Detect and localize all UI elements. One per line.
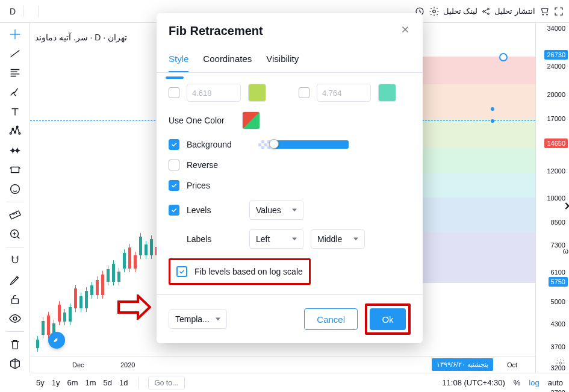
fib-zone <box>421 29 535 349</box>
object-tree-tool[interactable] <box>5 355 25 373</box>
fib-tool[interactable] <box>5 64 25 82</box>
edit-tool[interactable] <box>5 270 25 288</box>
level-4618-color[interactable] <box>248 84 266 102</box>
cursor-cross-tool[interactable] <box>5 25 25 43</box>
symbol-label: تهران · D · سر. آتیه دماوند <box>35 33 127 42</box>
pattern-tool[interactable] <box>5 122 25 140</box>
replay-button[interactable] <box>60 9 70 14</box>
price-axis[interactable]: ω 34000240002000017000120001000085007300… <box>535 23 569 373</box>
ok-button[interactable]: Ok <box>370 308 406 330</box>
trendline-tool[interactable] <box>5 45 25 63</box>
labels-valign-select[interactable]: Middle <box>311 229 365 249</box>
svg-rect-19 <box>11 299 18 303</box>
time-axis[interactable]: Dec 2020 Oct پنجشنبه ۱۳۹۹/۶/۲۰ <box>30 356 535 373</box>
goto-button[interactable]: Go to... <box>148 376 185 390</box>
price-tick: 12000 <box>547 167 565 175</box>
tab-visibility[interactable]: Visibility <box>266 49 299 72</box>
publish-button[interactable]: انتشار تحلیل <box>494 7 535 16</box>
levels-checkbox[interactable] <box>169 205 179 216</box>
indicators-button[interactable] <box>41 9 51 14</box>
bottom-bar: 5y 1y 6m 1m 5d 1d Go to... 11:08 (UTC+4:… <box>30 373 569 392</box>
levels-select[interactable]: Values <box>249 201 303 220</box>
range-1y[interactable]: 1y <box>52 378 60 387</box>
range-5y[interactable]: 5y <box>36 378 45 387</box>
close-icon[interactable] <box>400 24 411 38</box>
dialog-title: Fib Retracement <box>169 24 263 38</box>
svg-rect-17 <box>9 211 20 219</box>
svg-point-8 <box>10 132 11 134</box>
settings-icon[interactable] <box>429 6 440 17</box>
svg-point-7 <box>488 13 490 14</box>
icons-tool[interactable] <box>5 180 25 198</box>
reverse-label: Reverse <box>187 160 218 170</box>
lock-tool[interactable] <box>5 290 25 308</box>
fib-band <box>421 173 535 198</box>
level-4618-checkbox[interactable] <box>169 87 179 98</box>
fib-band <box>421 148 535 173</box>
level-4618-input[interactable] <box>187 84 241 102</box>
logscale-checkbox[interactable] <box>176 266 187 277</box>
accent-underline <box>166 76 184 79</box>
scroll-arrow-icon[interactable] <box>562 202 569 209</box>
percent-toggle[interactable]: % <box>514 378 521 387</box>
interval-button[interactable]: D <box>5 4 20 19</box>
svg-point-20 <box>13 317 17 320</box>
fullscreen-icon[interactable] <box>553 6 564 17</box>
use-one-color-swatch[interactable] <box>242 111 260 129</box>
level-4764-input[interactable] <box>317 84 371 102</box>
price-tick: 10000 <box>547 194 565 202</box>
ok-callout-highlight: Ok <box>365 303 411 335</box>
range-1m[interactable]: 1m <box>86 378 96 387</box>
candles-style-button[interactable] <box>26 9 36 14</box>
prices-label: Prices <box>187 181 210 190</box>
position-tool[interactable] <box>5 161 25 179</box>
levels-label: Levels <box>187 205 242 215</box>
cancel-button[interactable]: Cancel <box>304 308 358 330</box>
labels-halign-select[interactable]: Left <box>249 229 303 249</box>
zoom-tool[interactable] <box>5 225 25 243</box>
dialog-tabs: Style Coordinates Visibility <box>157 43 423 73</box>
range-6m[interactable]: 6m <box>67 378 78 387</box>
text-tool[interactable] <box>5 103 25 121</box>
price-tick: 7300 <box>551 241 565 249</box>
magnet-tool[interactable] <box>5 251 25 269</box>
background-opacity-slider[interactable] <box>258 140 349 149</box>
range-1d[interactable]: 1d <box>119 378 128 387</box>
range-5d[interactable]: 5d <box>104 378 112 387</box>
svg-point-16 <box>10 185 19 194</box>
auto-toggle[interactable]: auto <box>548 378 563 387</box>
level-4764-color[interactable] <box>378 84 396 102</box>
fib-settings-dialog: Fib Retracement Style Coordinates Visibi… <box>157 13 423 343</box>
price-badge: 14650 <box>544 138 568 148</box>
ruler-tool[interactable] <box>5 206 25 224</box>
forecast-tool[interactable] <box>5 142 25 160</box>
labels-label: Labels <box>187 234 242 244</box>
share-icon <box>481 7 491 16</box>
fib-handle[interactable] <box>499 53 508 61</box>
tab-style[interactable]: Style <box>169 49 188 72</box>
tab-coordinates[interactable]: Coordinates <box>203 49 252 72</box>
delete-tool[interactable] <box>5 335 25 353</box>
template-select[interactable]: Templa... <box>169 310 227 329</box>
compare-button2[interactable] <box>51 9 60 14</box>
svg-point-5 <box>483 10 485 12</box>
level-4764-checkbox[interactable] <box>299 87 309 98</box>
fib-band <box>421 232 535 283</box>
left-toolbar <box>0 23 30 373</box>
price-tick: 6100 <box>551 269 565 276</box>
hide-tool[interactable] <box>5 310 25 328</box>
log-toggle[interactable]: log <box>529 378 539 387</box>
background-checkbox[interactable] <box>169 139 179 150</box>
cart-icon[interactable] <box>539 6 550 17</box>
svg-rect-15 <box>11 167 19 172</box>
crosshair-date-badge: پنجشنبه ۱۳۹۹/۶/۲۰ <box>432 358 493 371</box>
price-tick: 17000 <box>547 115 565 122</box>
callout-highlight: Fib levels based on log scale <box>169 258 311 285</box>
brush-tool[interactable] <box>5 83 25 101</box>
price-badge: 5750 <box>549 277 568 287</box>
prices-checkbox[interactable] <box>169 180 179 191</box>
link-analysis-button[interactable]: لینک تحلیل <box>443 7 478 16</box>
reverse-checkbox[interactable] <box>169 160 179 170</box>
ideas-button[interactable] <box>48 332 65 349</box>
price-tick: 34000 <box>547 25 565 32</box>
